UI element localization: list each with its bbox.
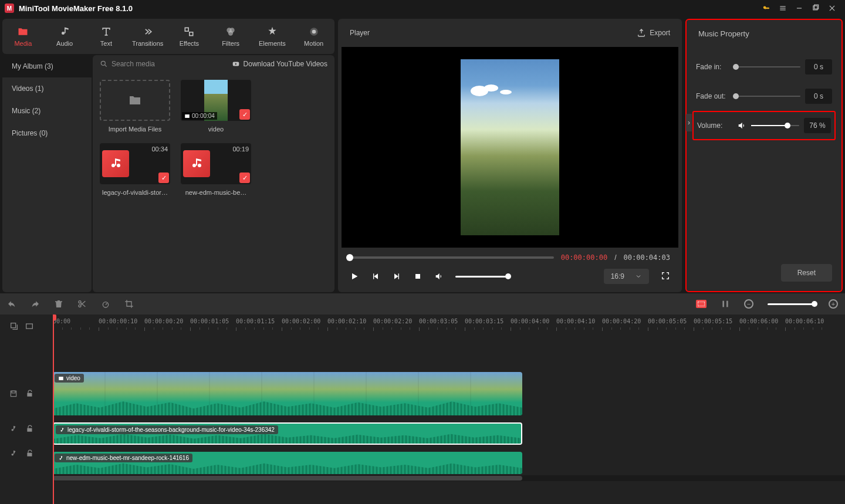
unlock-icon[interactable]	[26, 425, 34, 433]
video-clip[interactable]: video	[53, 372, 522, 415]
album-videos[interactable]: Videos (1)	[2, 77, 92, 100]
panel-collapse-button[interactable]: ›	[686, 114, 692, 131]
aspect-ratio-select[interactable]: 16:9	[604, 269, 649, 284]
playhead[interactable]	[53, 314, 54, 504]
svg-rect-19	[415, 274, 420, 279]
chevron-down-icon	[635, 273, 642, 280]
music-icon	[183, 150, 210, 177]
remove-track-button[interactable]	[25, 322, 34, 331]
minimize-button[interactable]	[791, 0, 807, 16]
media-item-music1[interactable]: 00:34 ✓ legacy-of-vivaldi-stor…	[100, 143, 170, 196]
music-note-icon[interactable]	[9, 425, 18, 433]
svg-point-12	[228, 31, 233, 35]
duration-badge: 00:00:04	[182, 112, 217, 120]
download-youtube-link[interactable]: Download YouTube Videos	[232, 60, 327, 68]
delete-button[interactable]	[54, 299, 63, 309]
media-panel: Search media Download YouTube Videos Imp…	[93, 55, 334, 292]
youtube-icon	[232, 60, 240, 68]
preview-image	[461, 59, 559, 235]
svg-rect-23	[722, 301, 724, 307]
export-button[interactable]: Export	[637, 28, 670, 38]
progress-slider[interactable]	[350, 256, 554, 259]
tab-motion[interactable]: Motion	[293, 21, 334, 52]
media-item-video[interactable]: 00:00:04 ✓ video	[181, 80, 251, 133]
import-media-button[interactable]: Import Media Files	[100, 80, 170, 133]
audio-track-2[interactable]: new-edm-music-beet-mr-sandeep-rock-14161…	[53, 451, 845, 475]
menu-icon[interactable]	[775, 0, 791, 16]
fade-in-value[interactable]: 0 s	[805, 59, 832, 75]
export-icon	[637, 28, 646, 38]
player-volume-slider[interactable]	[455, 276, 508, 278]
player-preview[interactable]	[342, 47, 678, 248]
video-track[interactable]: video	[53, 371, 845, 417]
volume-icon[interactable]	[434, 272, 444, 281]
fade-out-row: Fade out: 0 s	[696, 82, 832, 111]
fade-in-slider[interactable]	[736, 66, 800, 67]
speed-button[interactable]	[101, 299, 110, 309]
unlock-icon[interactable]	[26, 449, 34, 458]
tab-audio[interactable]: Audio	[44, 21, 86, 52]
fullscreen-button[interactable]	[661, 271, 670, 282]
media-item-music2[interactable]: 00:19 ✓ new-edm-music-be…	[181, 143, 251, 196]
crop-button[interactable]	[124, 299, 134, 309]
tab-filters[interactable]: Filters	[210, 21, 252, 52]
player-panel: Player Export 00:00:00:00 / 00:00:04:03	[338, 19, 682, 292]
volume-slider[interactable]	[751, 125, 799, 126]
panel-title: Music Property	[687, 20, 841, 48]
maximize-button[interactable]	[807, 0, 824, 16]
album-pictures[interactable]: Pictures (0)	[2, 122, 92, 144]
fade-out-value[interactable]: 0 s	[805, 89, 832, 104]
timeline-toolbar: − +	[0, 293, 845, 314]
music-note-icon[interactable]	[9, 449, 18, 458]
album-my-album[interactable]: My Album (3)	[2, 55, 92, 77]
svg-rect-26	[26, 324, 33, 329]
stop-button[interactable]	[413, 272, 422, 281]
reset-button[interactable]: Reset	[781, 264, 832, 282]
zoom-slider[interactable]	[768, 303, 814, 305]
svg-rect-28	[12, 391, 15, 393]
tab-transitions[interactable]: Transitions	[127, 21, 168, 52]
close-button[interactable]	[824, 0, 840, 16]
marker-button[interactable]	[696, 300, 707, 308]
audio-clip-1[interactable]: legacy-of-vivaldi-storm-of-the-seasons-b…	[53, 422, 522, 445]
app-logo: M	[5, 4, 14, 13]
svg-rect-4	[813, 6, 817, 10]
album-music[interactable]: Music (2)	[2, 100, 92, 122]
tab-media[interactable]: Media	[2, 21, 44, 52]
svg-rect-8	[185, 28, 189, 31]
used-check-icon: ✓	[158, 172, 169, 183]
music-property-panel: › Music Property Fade in: 0 s Fade out: …	[685, 19, 843, 292]
app-title: MiniTool MovieMaker Free 8.1.0	[19, 4, 133, 13]
speaker-icon	[737, 121, 746, 130]
video-track-head	[0, 371, 53, 417]
zoom-out-button[interactable]: −	[744, 299, 753, 309]
fade-out-slider[interactable]	[736, 96, 800, 97]
search-input[interactable]: Search media	[100, 60, 155, 68]
volume-row: Volume: 76 %	[692, 111, 836, 140]
unlock-icon[interactable]	[26, 390, 34, 398]
tab-effects[interactable]: Effects	[168, 21, 210, 52]
timeline: 00:0000:00:00:1000:00:00:2000:00:01:0500…	[0, 314, 845, 504]
music-icon	[102, 150, 129, 177]
redo-button[interactable]	[31, 299, 40, 309]
prev-frame-button[interactable]	[371, 272, 380, 281]
zoom-in-button[interactable]: +	[829, 299, 838, 309]
svg-point-22	[103, 302, 108, 307]
tab-text[interactable]: Text	[86, 21, 127, 52]
tab-elements[interactable]: Elements	[252, 21, 293, 52]
volume-value[interactable]: 76 %	[804, 118, 831, 133]
undo-button[interactable]	[7, 299, 16, 309]
timeline-scrollbar[interactable]	[53, 475, 845, 481]
play-button[interactable]	[350, 272, 359, 281]
titlebar: M MiniTool MovieMaker Free 8.1.0	[0, 0, 845, 16]
add-track-button[interactable]	[9, 322, 19, 331]
audio-track-1[interactable]: legacy-of-vivaldi-storm-of-the-seasons-b…	[53, 421, 845, 446]
save-icon[interactable]	[9, 390, 18, 398]
timeline-ruler[interactable]: 00:0000:00:00:1000:00:00:2000:00:01:0500…	[53, 314, 845, 338]
next-frame-button[interactable]	[392, 272, 401, 281]
license-key-icon[interactable]	[758, 0, 775, 16]
align-button[interactable]	[721, 299, 730, 309]
split-button[interactable]	[77, 299, 87, 309]
album-sidebar: My Album (3) Videos (1) Music (2) Pictur…	[2, 55, 92, 292]
audio-clip-2[interactable]: new-edm-music-beet-mr-sandeep-rock-14161…	[53, 452, 522, 474]
